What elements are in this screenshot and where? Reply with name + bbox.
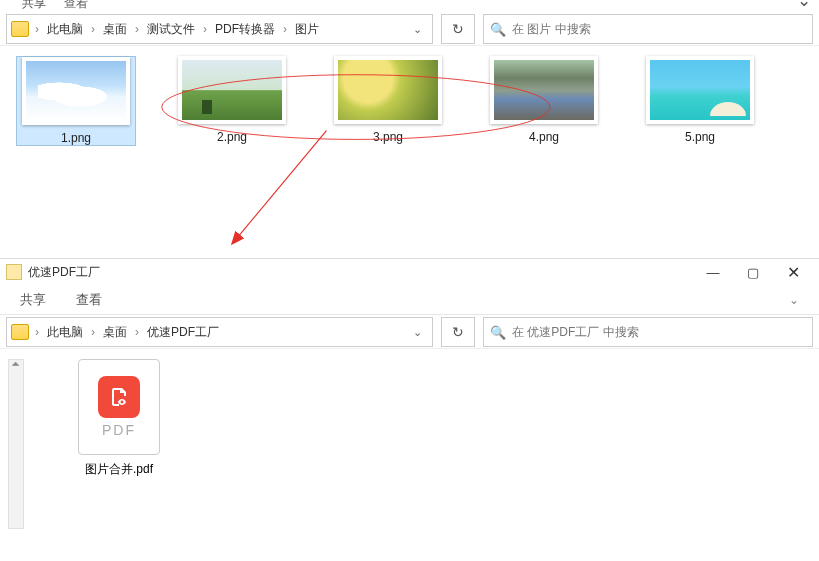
breadcrumb-dropdown-icon[interactable]: ⌄ — [407, 23, 428, 36]
chevron-right-icon[interactable]: › — [89, 22, 97, 36]
thumbnail — [646, 56, 754, 124]
search-placeholder: 在 优速PDF工厂 中搜索 — [512, 324, 639, 341]
window-images-folder: 共享 查看 ⌄ › 此电脑 › 桌面 › 测试文件 › PDF转换器 › 图片 … — [0, 0, 819, 255]
search-icon: 🔍 — [490, 325, 506, 340]
thumbnail — [178, 56, 286, 124]
crumb-desktop[interactable]: 桌面 — [97, 21, 133, 38]
refresh-button[interactable]: ↻ — [441, 14, 475, 44]
ribbon-collapse-icon[interactable]: ⌄ — [797, 0, 811, 11]
chevron-right-icon[interactable]: › — [33, 325, 41, 339]
scrollbar[interactable] — [8, 359, 24, 529]
folder-icon — [11, 324, 29, 340]
file-grid: PDF 图片合并.pdf — [0, 349, 819, 539]
tab-view[interactable]: 查看 — [76, 291, 102, 309]
search-icon: 🔍 — [490, 22, 506, 37]
window-title: 优速PDF工厂 — [28, 264, 100, 281]
folder-icon — [11, 21, 29, 37]
thumbnail — [334, 56, 442, 124]
file-label: 图片合并.pdf — [85, 461, 153, 478]
file-item[interactable]: 1.png — [16, 56, 136, 146]
chevron-right-icon[interactable]: › — [201, 22, 209, 36]
breadcrumb-dropdown-icon[interactable]: ⌄ — [407, 326, 428, 339]
crumb-this-pc[interactable]: 此电脑 — [41, 324, 89, 341]
minimize-button[interactable]: — — [693, 262, 733, 282]
file-item[interactable]: 2.png — [172, 56, 292, 146]
search-input[interactable]: 🔍 在 图片 中搜索 — [483, 14, 813, 44]
address-bar: › 此电脑 › 桌面 › 优速PDF工厂 ⌄ ↻ 🔍 在 优速PDF工厂 中搜索 — [0, 315, 819, 349]
tab-view[interactable]: 查看 — [64, 0, 88, 12]
title-bar: 优速PDF工厂 — ▢ ✕ — [0, 259, 819, 285]
ribbon-tabs: 共享 查看 ⌄ — [0, 285, 819, 315]
folder-icon — [6, 264, 22, 280]
chevron-right-icon[interactable]: › — [133, 22, 141, 36]
thumbnail — [22, 57, 130, 125]
pdf-extension-label: PDF — [102, 422, 136, 438]
refresh-button[interactable]: ↻ — [441, 317, 475, 347]
maximize-button[interactable]: ▢ — [733, 262, 773, 282]
crumb-desktop[interactable]: 桌面 — [97, 324, 133, 341]
file-item[interactable]: 4.png — [484, 56, 604, 146]
pdf-thumbnail: PDF — [78, 359, 160, 455]
file-item[interactable]: 5.png — [640, 56, 760, 146]
chevron-right-icon[interactable]: › — [33, 22, 41, 36]
search-input[interactable]: 🔍 在 优速PDF工厂 中搜索 — [483, 317, 813, 347]
crumb-images[interactable]: 图片 — [289, 21, 325, 38]
tab-share[interactable]: 共享 — [22, 0, 46, 12]
window-output-folder: 优速PDF工厂 — ▢ ✕ 共享 查看 ⌄ › 此电脑 › 桌面 › 优速PDF… — [0, 258, 819, 561]
file-label: 2.png — [217, 130, 247, 144]
pdf-icon — [98, 376, 140, 418]
thumbnail — [490, 56, 598, 124]
address-bar: › 此电脑 › 桌面 › 测试文件 › PDF转换器 › 图片 ⌄ ↻ 🔍 在 … — [0, 12, 819, 46]
file-item[interactable]: PDF 图片合并.pdf — [64, 359, 174, 478]
chevron-right-icon[interactable]: › — [133, 325, 141, 339]
file-label: 4.png — [529, 130, 559, 144]
crumb-pdf-factory[interactable]: 优速PDF工厂 — [141, 324, 225, 341]
file-grid: 1.png 2.png 3.png 4.png 5.png — [0, 46, 819, 156]
file-item[interactable]: 3.png — [328, 56, 448, 146]
crumb-pdf-converter[interactable]: PDF转换器 — [209, 21, 281, 38]
chevron-right-icon[interactable]: › — [281, 22, 289, 36]
breadcrumb[interactable]: › 此电脑 › 桌面 › 测试文件 › PDF转换器 › 图片 ⌄ — [6, 14, 433, 44]
file-label: 5.png — [685, 130, 715, 144]
crumb-test-files[interactable]: 测试文件 — [141, 21, 201, 38]
crumb-this-pc[interactable]: 此电脑 — [41, 21, 89, 38]
ribbon-tabs: 共享 查看 ⌄ — [0, 0, 819, 12]
file-label: 3.png — [373, 130, 403, 144]
search-placeholder: 在 图片 中搜索 — [512, 21, 591, 38]
close-button[interactable]: ✕ — [773, 262, 813, 282]
ribbon-collapse-icon[interactable]: ⌄ — [789, 293, 799, 307]
tab-share[interactable]: 共享 — [20, 291, 46, 309]
chevron-right-icon[interactable]: › — [89, 325, 97, 339]
breadcrumb[interactable]: › 此电脑 › 桌面 › 优速PDF工厂 ⌄ — [6, 317, 433, 347]
file-label: 1.png — [61, 131, 91, 145]
